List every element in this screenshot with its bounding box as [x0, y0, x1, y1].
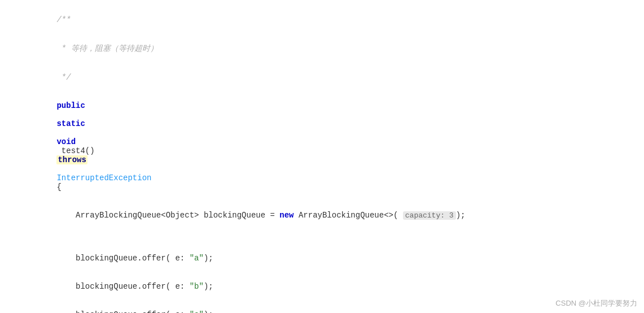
- string-a: "a": [190, 254, 204, 263]
- void-kw: void: [56, 137, 76, 146]
- line-content-6: [26, 232, 644, 241]
- line-content-1: /**: [26, 6, 644, 33]
- offer-a: blockingQueue.offer( e:: [56, 254, 189, 263]
- code-line-1: /**: [0, 6, 644, 34]
- offer-b: blockingQueue.offer( e:: [56, 282, 189, 291]
- diamond: <>: [384, 211, 393, 220]
- string-b: "b": [190, 282, 204, 291]
- line-content-8: blockingQueue.offer( e: "b");: [26, 273, 644, 300]
- abq-decl: ArrayBlockingQueue: [56, 211, 161, 220]
- generic: <Object>: [161, 211, 199, 220]
- method-name: test4(): [56, 146, 99, 155]
- code-line-2: * 等待，阻塞（等待超时）: [0, 34, 644, 63]
- space3: [56, 164, 61, 173]
- space1: [56, 110, 61, 119]
- static-kw: static: [56, 119, 85, 128]
- code-line-6: [0, 229, 644, 244]
- comment-end-token: */: [56, 73, 71, 82]
- semi-a: );: [204, 254, 213, 263]
- line-content-7: blockingQueue.offer( e: "a");: [26, 245, 644, 272]
- line-content-9: blockingQueue.offer( e: "c");: [26, 301, 644, 313]
- code-line-3: */: [0, 63, 644, 92]
- paren1: (: [393, 211, 403, 220]
- line-content-2: * 等待，阻塞（等待超时）: [26, 34, 644, 63]
- code-line-7: blockingQueue.offer( e: "a");: [0, 244, 644, 272]
- semi-b: );: [204, 282, 213, 291]
- comment-zh-token: * 等待，阻塞（等待超时）: [56, 44, 157, 53]
- line-content-5: ArrayBlockingQueue<Object> blockingQueue…: [26, 202, 644, 229]
- brace-open: {: [56, 182, 61, 192]
- watermark: CSDN @小杜同学要努力: [555, 298, 637, 308]
- semi1: );: [456, 211, 466, 220]
- space2: [56, 128, 61, 137]
- new-kw: new: [279, 211, 293, 220]
- exception-type: InterruptedException: [56, 173, 151, 182]
- code-container: /** * 等待，阻塞（等待超时） */ public static void …: [0, 0, 644, 313]
- code-line-8: blockingQueue.offer( e: "b");: [0, 272, 644, 301]
- abq-new: ArrayBlockingQueue: [294, 211, 384, 220]
- throws-kw: throws: [56, 155, 87, 164]
- semi-c: );: [204, 310, 213, 313]
- capacity-hint: capacity: 3: [403, 211, 456, 220]
- string-c: "c": [190, 310, 204, 313]
- var-name: blockingQueue =: [199, 211, 279, 220]
- code-line-9: blockingQueue.offer( e: "c");: [0, 301, 644, 313]
- code-line-5: ArrayBlockingQueue<Object> blockingQueue…: [0, 201, 644, 229]
- line-content-3: */: [26, 64, 644, 91]
- code-line-4: public static void test4() throws Interr…: [0, 92, 644, 201]
- line-content-4: public static void test4() throws Interr…: [26, 92, 644, 201]
- comment-token: /**: [56, 15, 71, 24]
- public-kw: public: [56, 101, 85, 110]
- offer-c: blockingQueue.offer( e:: [56, 310, 189, 313]
